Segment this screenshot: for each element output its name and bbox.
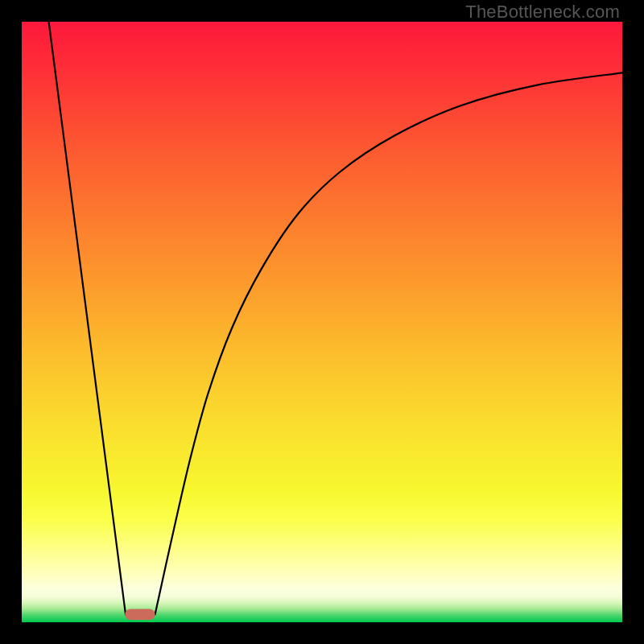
gradient-background (22, 22, 622, 622)
bottleneck-chart (22, 22, 622, 622)
chart-frame (22, 22, 622, 622)
minimum-marker (125, 609, 155, 620)
watermark-text: TheBottleneck.com (465, 2, 620, 23)
